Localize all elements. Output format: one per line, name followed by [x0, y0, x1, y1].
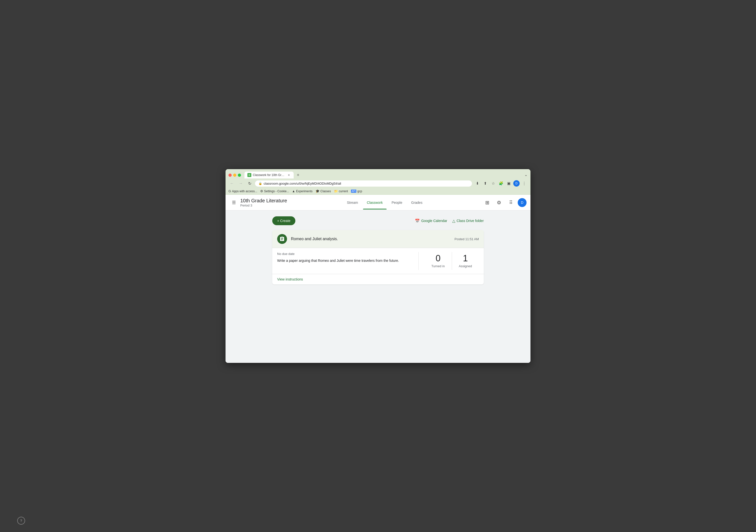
content-toolbar: + Create 📅 Google Calendar △ Class Drive… [272, 216, 484, 225]
assignment-description: No due date Write a paper arguing that R… [277, 252, 413, 270]
bookmark-gcp-label: gcp [357, 190, 362, 193]
active-tab[interactable]: G Classwork for 10th Grade Liter… ✕ [244, 172, 294, 178]
class-name: 10th Grade Literature [240, 198, 287, 203]
class-info: 10th Grade Literature Period 3 [240, 198, 287, 207]
bookmark-current[interactable]: 📁 current [334, 189, 348, 193]
bookmark-gcp[interactable]: API gcp [351, 190, 362, 193]
maximize-button[interactable] [238, 173, 241, 177]
assignment-body: No due date Write a paper arguing that R… [272, 248, 484, 274]
apps-grid-icon[interactable]: ⠿ [506, 198, 516, 207]
assignment-footer: View instructions [272, 274, 484, 284]
user-avatar[interactable]: D [518, 198, 526, 207]
toolbar-links: 📅 Google Calendar △ Class Drive folder [415, 219, 484, 223]
navigation-bar: ← → ↻ 🔒 classroom.google.com/u/0/w/NjEyM… [226, 178, 530, 188]
share-icon[interactable]: ⬆ [482, 180, 489, 187]
grid-view-icon[interactable]: ⊞ [482, 198, 492, 207]
create-button[interactable]: + Create [272, 216, 295, 225]
assigned-stat: 1 Assigned [452, 252, 479, 270]
bookmark-settings[interactable]: ⚙ Settings - Cookie... [260, 189, 289, 193]
turned-in-count: 0 [431, 254, 445, 263]
class-drive-folder-label: Class Drive folder [457, 219, 484, 223]
nav-people[interactable]: People [388, 196, 406, 209]
drive-icon: △ [452, 219, 455, 223]
settings-gear-icon[interactable]: ⚙ [494, 198, 504, 207]
tab-controls: ⌄ [524, 172, 527, 178]
class-drive-folder-link[interactable]: △ Class Drive folder [452, 219, 484, 223]
nav-stream[interactable]: Stream [343, 196, 362, 209]
user-avatar-nav[interactable]: D [513, 180, 520, 187]
assignment-stats: 0 Turned in 1 Assigned [418, 252, 479, 270]
nav-classwork[interactable]: Classwork [363, 196, 387, 209]
class-period: Period 3 [240, 203, 287, 207]
google-icon: G [229, 189, 231, 193]
nav-grades[interactable]: Grades [407, 196, 426, 209]
turned-in-stat: 0 Turned in [424, 252, 451, 270]
bookmark-experiments[interactable]: ▲ Experiments [292, 189, 312, 193]
menu-icon[interactable]: ⋮ [521, 180, 527, 187]
extension-icon[interactable]: 🧩 [498, 180, 504, 187]
header-actions: ⊞ ⚙ ⠿ D [482, 198, 526, 207]
google-calendar-label: Google Calendar [421, 219, 447, 223]
url-text: classroom.google.com/u/0/w/NjEyMDI4ODIxM… [264, 182, 469, 185]
assignment-posted: Posted 11:51 AM [454, 237, 479, 241]
header-nav: Stream Classwork People Grades [287, 196, 482, 209]
bookmark-experiments-label: Experiments [296, 190, 312, 193]
tab-title: Classwork for 10th Grade Liter… [253, 173, 285, 177]
minimize-button[interactable] [233, 173, 236, 177]
assignment-text: Write a paper arguing that Romeo and Jul… [277, 258, 413, 263]
tab-close-button[interactable]: ✕ [287, 173, 291, 177]
tab-dropdown-icon[interactable]: ⌄ [524, 172, 527, 177]
bookmark-settings-label: Settings - Cookie... [264, 190, 289, 193]
close-button[interactable] [229, 173, 232, 177]
experiments-icon: ▲ [292, 189, 295, 193]
traffic-lights [229, 173, 241, 177]
assignment-icon [279, 236, 285, 242]
turned-in-label: Turned in [431, 264, 445, 268]
reload-button[interactable]: ↻ [246, 180, 253, 187]
view-instructions-link[interactable]: View instructions [277, 277, 303, 281]
new-tab-button[interactable]: + [295, 172, 302, 178]
bookmark-classes[interactable]: 🎓 Classes [315, 189, 331, 193]
content-area: + Create 📅 Google Calendar △ Class Drive… [226, 210, 530, 363]
settings-icon: ⚙ [260, 189, 263, 193]
assignment-title: Romeo and Juliet analysis. [291, 237, 454, 241]
back-button[interactable]: ← [229, 180, 235, 187]
browser-window: G Classwork for 10th Grade Liter… ✕ + ⌄ … [226, 169, 530, 363]
bookmark-classes-label: Classes [320, 190, 331, 193]
app-header: ☰ 10th Grade Literature Period 3 Stream … [226, 195, 530, 210]
classes-icon: 🎓 [315, 189, 319, 193]
bookmark-icon[interactable]: ☆ [490, 180, 497, 187]
assigned-count: 1 [459, 254, 472, 263]
assignment-icon-wrap [277, 234, 287, 244]
content-inner: + Create 📅 Google Calendar △ Class Drive… [272, 216, 484, 284]
lock-icon: 🔒 [258, 182, 262, 185]
app-container: ☰ 10th Grade Literature Period 3 Stream … [226, 195, 530, 363]
bookmark-apps-label: Apps with access... [232, 190, 257, 193]
bookmark-current-label: current [339, 190, 348, 193]
title-bar: G Classwork for 10th Grade Liter… ✕ + ⌄ [226, 169, 530, 178]
sidebar-icon[interactable]: ▣ [505, 180, 512, 187]
nav-right-buttons: ⬇ ⬆ ☆ 🧩 ▣ D ⋮ [474, 180, 527, 187]
bookmarks-bar: G Apps with access... ⚙ Settings - Cooki… [226, 188, 530, 195]
assigned-label: Assigned [459, 264, 472, 268]
hamburger-menu[interactable]: ☰ [230, 198, 238, 207]
assignment-header: Romeo and Juliet analysis. Posted 11:51 … [272, 230, 484, 248]
google-calendar-link[interactable]: 📅 Google Calendar [415, 219, 447, 223]
tab-favicon: G [247, 173, 251, 177]
tab-bar: G Classwork for 10th Grade Liter… ✕ + ⌄ [244, 172, 527, 178]
calendar-icon: 📅 [415, 219, 420, 223]
address-bar[interactable]: 🔒 classroom.google.com/u/0/w/NjEyMDI4ODI… [255, 180, 472, 187]
assignment-card: Romeo and Juliet analysis. Posted 11:51 … [272, 230, 484, 284]
forward-button[interactable]: → [237, 180, 244, 187]
download-icon[interactable]: ⬇ [474, 180, 481, 187]
folder-icon: 📁 [334, 189, 338, 193]
assignment-due: No due date [277, 252, 413, 256]
bookmark-apps[interactable]: G Apps with access... [229, 189, 257, 193]
api-icon: API [351, 190, 356, 193]
